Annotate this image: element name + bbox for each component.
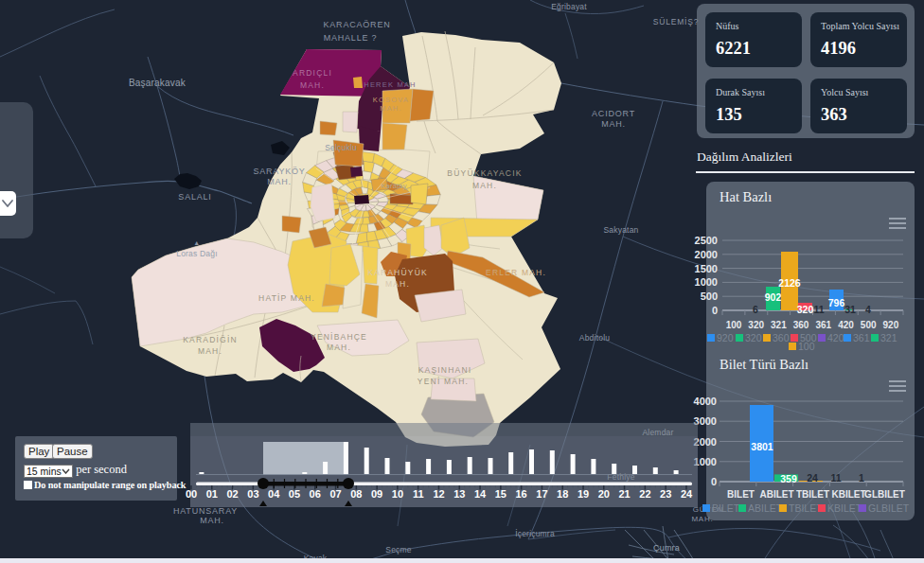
svg-text:TBILET: TBILET xyxy=(796,489,829,500)
svg-text:360: 360 xyxy=(793,320,809,330)
svg-text:MAH.: MAH. xyxy=(380,104,402,113)
svg-text:HATİP MAH.: HATİP MAH. xyxy=(258,293,315,303)
svg-text:500: 500 xyxy=(701,290,718,302)
svg-text:MAH.: MAH. xyxy=(267,177,292,186)
svg-text:YENİBAHÇE: YENİBAHÇE xyxy=(311,332,367,342)
svg-text:0: 0 xyxy=(712,305,718,316)
svg-text:MAH.: MAH. xyxy=(385,279,410,289)
svg-text:321: 321 xyxy=(880,332,897,343)
svg-text:12: 12 xyxy=(433,488,444,500)
svg-text:ERLER MAH.: ERLER MAH. xyxy=(486,268,546,277)
svg-text:BÜYÜKKAYACIK: BÜYÜKKAYACIK xyxy=(447,168,522,178)
svg-text:100: 100 xyxy=(726,320,742,330)
svg-text:05: 05 xyxy=(289,488,300,500)
svg-text:04: 04 xyxy=(268,488,280,500)
svg-text:2000: 2000 xyxy=(695,249,718,260)
svg-text:320: 320 xyxy=(797,304,814,315)
svg-text:02: 02 xyxy=(226,488,238,500)
svg-text:320: 320 xyxy=(748,320,764,330)
svg-text:KOSOVA: KOSOVA xyxy=(373,96,409,104)
svg-text:11: 11 xyxy=(830,472,841,484)
svg-text:11: 11 xyxy=(813,304,824,315)
svg-text:15: 15 xyxy=(495,488,506,500)
svg-text:Seçme: Seçme xyxy=(385,545,412,554)
svg-text:MAH.: MAH. xyxy=(198,346,222,356)
svg-text:796: 796 xyxy=(828,297,845,308)
svg-text:22: 22 xyxy=(639,488,650,500)
svg-text:23: 23 xyxy=(660,488,671,500)
svg-text:MAH.: MAH. xyxy=(327,343,351,352)
svg-text:İçeriçumra: İçeriçumra xyxy=(515,529,555,538)
svg-text:06: 06 xyxy=(310,488,321,500)
svg-text:16: 16 xyxy=(515,488,526,500)
svg-text:420: 420 xyxy=(827,332,844,343)
svg-text:07: 07 xyxy=(329,488,341,500)
svg-text:YENİ MAH.: YENİ MAH. xyxy=(418,377,469,386)
svg-text:KARACAÖREN: KARACAÖREN xyxy=(323,20,390,29)
svg-text:10: 10 xyxy=(392,488,403,500)
svg-text:SALALI: SALALI xyxy=(178,192,211,202)
svg-text:361: 361 xyxy=(853,332,870,343)
svg-text:20: 20 xyxy=(598,488,610,500)
svg-text:17: 17 xyxy=(536,488,547,500)
svg-text:HATUNSARAY: HATUNSARAY xyxy=(173,506,238,516)
svg-text:19: 19 xyxy=(578,488,589,500)
svg-text:03: 03 xyxy=(247,488,258,500)
svg-text:Selçuklu: Selçuklu xyxy=(325,143,357,152)
svg-text:Sakyatan: Sakyatan xyxy=(603,225,638,235)
svg-text:24: 24 xyxy=(681,488,693,500)
svg-text:Eğribayat: Eğribayat xyxy=(551,2,587,11)
svg-text:09: 09 xyxy=(371,488,382,500)
svg-text:100: 100 xyxy=(798,341,815,352)
svg-text:KAŞINHANI: KAŞINHANI xyxy=(418,365,472,375)
svg-text:1500: 1500 xyxy=(695,263,718,274)
svg-text:Başarakavak: Başarakavak xyxy=(129,78,187,88)
svg-text:ABILET: ABILET xyxy=(759,489,793,500)
svg-text:1000: 1000 xyxy=(695,276,718,288)
svg-text:4: 4 xyxy=(865,304,871,315)
svg-text:ARDIÇLI: ARDIÇLI xyxy=(293,68,332,78)
svg-text:920: 920 xyxy=(883,320,899,330)
svg-text:359: 359 xyxy=(780,473,797,484)
svg-text:320: 320 xyxy=(745,332,762,343)
svg-text:Karatay: Karatay xyxy=(381,182,406,190)
svg-text:TBILET: TBILET xyxy=(789,502,823,514)
svg-text:500: 500 xyxy=(861,320,877,330)
svg-text:HEREK MAH: HEREK MAH xyxy=(364,80,416,89)
svg-text:31: 31 xyxy=(844,304,856,315)
svg-text:ABILET: ABILET xyxy=(748,502,783,514)
svg-text:361: 361 xyxy=(815,320,831,330)
svg-text:24: 24 xyxy=(807,472,818,484)
svg-text:SÜLEMİŞ?: SÜLEMİŞ? xyxy=(653,17,699,26)
svg-text:21: 21 xyxy=(618,488,630,500)
svg-text:GLBILET: GLBILET xyxy=(868,502,910,514)
svg-text:BILET: BILET xyxy=(712,502,740,514)
svg-text:GLBILET: GLBILET xyxy=(864,489,905,500)
svg-text:00: 00 xyxy=(186,488,197,500)
svg-text:08: 08 xyxy=(350,488,362,500)
svg-text:Abditolu: Abditolu xyxy=(579,333,610,343)
svg-text:▲: ▲ xyxy=(193,239,201,246)
svg-text:11: 11 xyxy=(413,488,424,500)
svg-text:6: 6 xyxy=(753,304,758,315)
svg-text:MAHALLE ?: MAHALLE ? xyxy=(324,33,378,43)
svg-text:902: 902 xyxy=(765,291,782,303)
svg-text:18: 18 xyxy=(557,488,568,500)
svg-text:Loras Dağı: Loras Dağı xyxy=(176,249,218,258)
svg-text:KBILET: KBILET xyxy=(827,502,862,514)
svg-text:MAH.: MAH. xyxy=(601,119,626,129)
svg-text:Çumra: Çumra xyxy=(653,543,680,553)
svg-text:MAH.: MAH. xyxy=(200,516,224,525)
svg-text:2500: 2500 xyxy=(695,235,718,246)
svg-text:360: 360 xyxy=(773,332,790,343)
svg-text:MAH.: MAH. xyxy=(300,80,325,90)
svg-text:MAH.: MAH. xyxy=(472,181,497,190)
svg-text:14: 14 xyxy=(474,488,487,500)
svg-text:KARAHÜYÜK: KARAHÜYÜK xyxy=(367,268,428,277)
svg-text:01: 01 xyxy=(206,488,218,500)
svg-text:BILET: BILET xyxy=(727,489,755,500)
svg-text:321: 321 xyxy=(771,320,787,330)
svg-text:1: 1 xyxy=(859,472,864,484)
svg-text:ACIDORT: ACIDORT xyxy=(592,109,635,118)
svg-text:3801: 3801 xyxy=(751,441,773,452)
